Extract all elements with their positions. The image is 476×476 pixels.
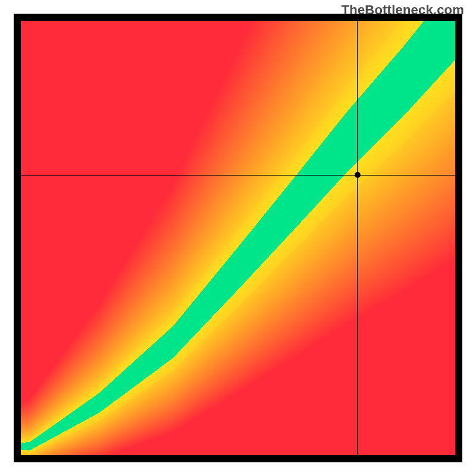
crosshair-horizontal bbox=[21, 175, 455, 176]
marker-point bbox=[355, 172, 361, 178]
crosshair-vertical bbox=[357, 21, 358, 455]
watermark-text: TheBottleneck.com bbox=[342, 2, 464, 18]
plot-frame bbox=[14, 14, 462, 462]
chart-container: TheBottleneck.com bbox=[0, 0, 476, 476]
heatmap-canvas bbox=[21, 21, 455, 455]
